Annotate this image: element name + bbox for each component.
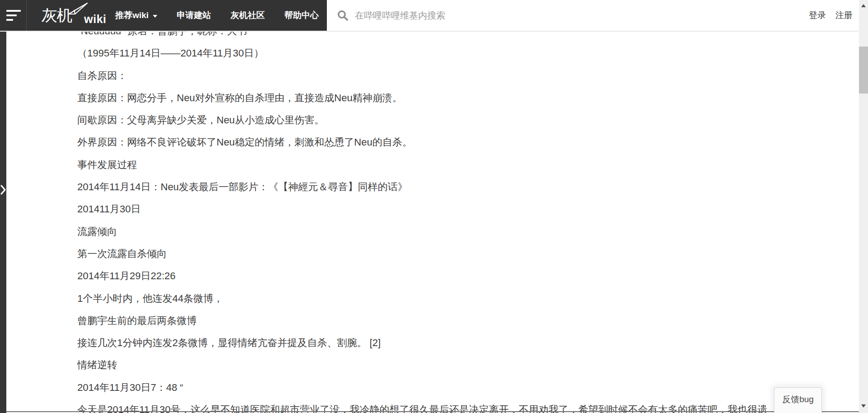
article-paragraph: 接连几次1分钟内连发2条微博，显得情绪亢奋并提及自杀、割腕。 [2] <box>77 337 773 349</box>
article-paragraph: 直接原因：网恋分手，Neu对外宣称的自杀理由，直接造成Neu精神崩溃。 <box>77 92 773 104</box>
collapsed-sidebar-rail <box>0 31 6 413</box>
hamburger-icon <box>6 19 13 21</box>
hamburger-icon <box>6 10 21 12</box>
article-paragraph: 事件发展过程 <box>77 159 773 171</box>
search-icon <box>337 9 349 21</box>
chevron-right-icon <box>0 183 6 196</box>
article-body: "Neuuuuu" 原名：曾鹏宇，昵称：大书 （1995年11月14日——201… <box>77 25 773 413</box>
scroll-up-button[interactable] <box>859 1 868 10</box>
article-paragraph: 第一次流露自杀倾向 <box>77 248 773 260</box>
sidebar-expand-button[interactable] <box>0 183 6 196</box>
article-paragraph: 间歇原因：父母离异缺少关爱，Neu从小造成心里伤害。 <box>77 114 773 127</box>
register-link[interactable]: 注册 <box>835 9 853 21</box>
nav-menu: 推荐wiki 申请建站 灰机社区 帮助中心 <box>115 0 319 31</box>
logo-cjk-text: 灰机 <box>42 0 71 31</box>
feedback-bug-button[interactable]: 反馈bug <box>774 387 822 413</box>
login-link[interactable]: 登录 <box>809 9 826 21</box>
main-navbar: 灰机 wiki 推荐wiki 申请建站 灰机社区 <box>27 0 327 31</box>
logo-latin-text: wiki <box>84 13 106 26</box>
article-paragraph: 1个半小时内，他连发44条微博， <box>77 292 773 305</box>
article-paragraph: 外界原因：网络不良评论破坏了Neu稳定的情绪，刺激和怂恿了Neu的自杀。 <box>77 136 773 149</box>
nav-menu-item-label: 推荐wiki <box>115 9 149 21</box>
vertical-scrollbar[interactable] <box>859 0 868 413</box>
article-paragraph: 2014年11月14日：Neu发表最后一部影片：《【神經元＆尋音】同样的话》 <box>77 181 773 193</box>
triangle-up-icon <box>861 4 866 7</box>
hamburger-menu-button[interactable] <box>0 0 27 31</box>
search-input[interactable]: 在哔哩哔哩维基内搜索 <box>355 9 445 22</box>
article-paragraph: 201411月30日 <box>77 203 773 216</box>
scrollbar-thumb[interactable] <box>859 47 868 94</box>
nav-menu-item-label: 帮助中心 <box>284 9 319 21</box>
article-paragraph: 情绪逆转 <box>77 359 773 371</box>
article-paragraph: （1995年11月14日——2014年11月30日） <box>77 47 773 60</box>
site-logo[interactable]: 灰机 wiki <box>42 0 106 31</box>
nav-menu-item[interactable]: 帮助中心 <box>284 9 319 21</box>
nav-menu-item[interactable]: 推荐wiki <box>115 9 157 21</box>
article-paragraph: 自杀原因： <box>77 70 773 82</box>
article-paragraph: 流露倾向 <box>77 225 773 238</box>
search-bar[interactable]: 在哔哩哔哩维基内搜索 <box>327 0 734 31</box>
nav-menu-item[interactable]: 申请建站 <box>177 9 211 21</box>
nav-menu-item[interactable]: 灰机社区 <box>231 9 265 21</box>
nav-menu-item-label: 申请建站 <box>177 9 211 21</box>
article-paragraph: 曾鹏宇生前的最后两条微博 <box>77 314 773 327</box>
triangle-down-icon <box>861 404 866 408</box>
hamburger-icon <box>6 14 17 16</box>
auth-links: 登录 注册 <box>809 0 853 31</box>
bottom-divider <box>6 411 859 412</box>
scroll-down-button[interactable] <box>859 401 868 410</box>
top-header: 灰机 wiki 推荐wiki 申请建站 灰机社区 <box>0 0 868 32</box>
chevron-down-icon <box>153 15 157 18</box>
nav-menu-item-label: 灰机社区 <box>231 9 265 21</box>
article-paragraph: 2014年11月29日22:26 <box>77 270 773 282</box>
article-paragraph: 2014年11月30日7：48 “ <box>77 381 773 394</box>
